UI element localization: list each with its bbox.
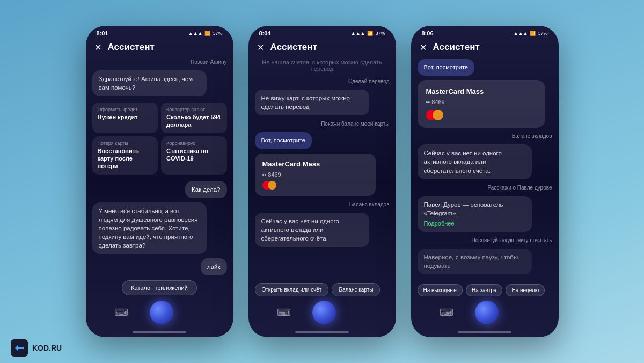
logo-icon (11, 339, 28, 357)
mic-orb-3[interactable] (475, 301, 499, 324)
bottom-btn-area-1: Каталог приложений (86, 277, 233, 299)
app-header-2: ✕ Ассистент (248, 39, 396, 57)
phone-3: 8:06 ▲▲▲ 📶 37% ✕ Ассистент Вот, посмотри… (411, 26, 559, 337)
quick-actions-1: Оформить кредит Нужен кредит Конвертер в… (92, 103, 227, 174)
quick-card-label-3: Потеря карты (98, 141, 153, 146)
quick-card-title-4: Статистика по COVID-19 (166, 147, 222, 163)
open-account-btn[interactable]: Открыть вклад или счёт (255, 283, 329, 296)
mc-logo-3 (426, 110, 537, 120)
weekends-btn[interactable]: На выходные (418, 284, 463, 296)
bottom-btns-area-2: Открыть вклад или счёт Баланс карты (248, 280, 396, 299)
card-number-2: •• 8469 (262, 171, 369, 178)
quick-card-label-1: Оформить кредит (98, 107, 153, 112)
faded-msg-1: Не нашла счетов, с которых можно сделать… (255, 59, 390, 72)
app-title-1: Ассистент (108, 42, 155, 53)
logo-text: KOD.RU (32, 344, 62, 352)
catalog-button[interactable]: Каталог приложений (122, 280, 197, 295)
bot-msg-1: Здравствуйте! Афина здесь, чем вам помоч… (92, 70, 207, 96)
mc-logo-2 (262, 181, 369, 190)
status-icons-2: ▲▲▲ 📶 37% (351, 31, 385, 36)
phone-2: 8:04 ▲▲▲ 📶 37% ✕ Ассистент Не нашла счет… (248, 26, 396, 337)
status-bar-2: 8:04 ▲▲▲ 📶 37% (248, 26, 396, 39)
quick-card-card-loss[interactable]: Потеря карты Восстановить карту после по… (92, 136, 158, 175)
bot-msg-2-1: Не вижу карт, с которых можно сделать пе… (255, 90, 369, 115)
bot-msg-3-3: Наверное, я возьму паузу, чтобы подумать (418, 249, 532, 274)
mic-area-2: ⌨ (248, 299, 396, 329)
wifi-icon-2: 📶 (367, 31, 373, 36)
card-widget-3: MasterCard Mass •• 8469 (418, 80, 545, 128)
keyboard-icon-1[interactable]: ⌨ (114, 307, 128, 318)
status-bar-3: 8:06 ▲▲▲ 📶 37% (411, 26, 559, 39)
quick-card-title-2: Сколько будет 594 доллара (166, 113, 222, 129)
mic-orb-2[interactable] (312, 301, 336, 324)
home-indicator-2 (295, 331, 349, 333)
close-button-1[interactable]: ✕ (94, 42, 101, 53)
battery-label-2: 37% (375, 31, 385, 36)
status-icons-1: ▲▲▲ 📶 37% (188, 31, 223, 36)
time-2: 8:04 (259, 30, 271, 37)
status-bar-1: 8:01 ▲▲▲ 📶 37% (86, 26, 233, 39)
keyboard-icon-2[interactable]: ⌨ (277, 307, 291, 318)
mic-orb-1[interactable] (150, 301, 173, 324)
signal-icon-3: ▲▲▲ (514, 31, 528, 36)
quick-card-currency[interactable]: Конвертер валют Сколько будет 594 доллар… (161, 103, 227, 133)
chat-area-3: Вот, посмотрите MasterCard Mass •• 8469 … (411, 57, 559, 281)
user-label-2-1: Сделай перевод (348, 78, 390, 84)
user-label-3-3: Посоветуй какую книгу почитать (472, 237, 552, 243)
week-btn[interactable]: На неделю (506, 284, 545, 296)
user-msg-2: лайк (201, 258, 227, 275)
close-button-2[interactable]: ✕ (257, 42, 264, 53)
user-msg-1: Как дела? (185, 181, 227, 198)
bottom-logo: KOD.RU (11, 339, 62, 357)
bot-msg-2-2: Сейчас у вас нет ни одного активного вкл… (255, 213, 369, 247)
user-label-2-3: Баланс вкладов (349, 201, 390, 207)
time-3: 8:06 (422, 30, 434, 37)
mc-orange-circle (268, 181, 276, 190)
keyboard-icon-3[interactable]: ⌨ (440, 307, 453, 318)
vot-bubble-3: Вот, посмотрите (418, 59, 475, 76)
bot-msg-3-2: Павел Дуров — основатель «Telegram». Под… (418, 196, 532, 233)
app-header-3: ✕ Ассистент (411, 39, 559, 57)
quick-card-label-2: Конвертер валют (166, 107, 222, 112)
app-header-1: ✕ Ассистент (86, 39, 233, 57)
mic-area-1: ⌨ (86, 299, 233, 329)
card-balance-btn[interactable]: Баланс карты (332, 283, 380, 296)
app-title-2: Ассистент (270, 42, 317, 53)
wifi-icon: 📶 (204, 31, 210, 36)
user-label-3-1: Баланс вкладов (512, 133, 552, 139)
card-name-2: MasterCard Mass (262, 160, 369, 168)
bot-msg-2: У меня всё стабильно, а вот людям для ду… (92, 202, 207, 254)
close-button-3[interactable]: ✕ (420, 42, 427, 53)
card-name-3: MasterCard Mass (426, 88, 537, 96)
battery-label-3: 37% (538, 31, 547, 36)
quick-card-title-3: Восстановить карту после потери (98, 147, 153, 170)
quick-card-title-1: Нужен кредит (98, 113, 153, 121)
mic-area-3: ⌨ (411, 299, 559, 329)
bot-msg-3-1: Сейчас у вас нет ни одного активного вкл… (418, 144, 532, 179)
quick-card-credit[interactable]: Оформить кредит Нужен кредит (92, 103, 158, 133)
mc-orange-3 (433, 110, 443, 120)
vot-bubble: Вот, посмотрите (255, 132, 312, 149)
chat-area-2: Не нашла счетов, с которых можно сделать… (248, 57, 396, 280)
status-icons-3: ▲▲▲ 📶 37% (514, 31, 548, 36)
signal-icon: ▲▲▲ (188, 31, 203, 36)
home-indicator-1 (133, 331, 186, 333)
tomorrow-btn[interactable]: На завтра (466, 284, 503, 296)
phone-1: 8:01 ▲▲▲ 📶 37% ✕ Ассистент Позови Афину … (86, 26, 233, 337)
signal-icon-2: ▲▲▲ (351, 31, 365, 36)
app-title-3: Ассистент (433, 42, 480, 53)
battery-label: 37% (213, 31, 222, 36)
home-indicator-3 (458, 331, 511, 333)
user-label-2-2: Покажи баланс моей карты (321, 121, 389, 127)
chat-area-1: Позови Афину Здравствуйте! Афина здесь, … (86, 57, 233, 277)
bottom-btns-area-3: На выходные На завтра На неделю (411, 281, 559, 299)
quick-card-covid[interactable]: Коронавирус Статистика по COVID-19 (161, 136, 227, 175)
card-widget-2: MasterCard Mass •• 8469 (255, 154, 376, 196)
card-number-3: •• 8469 (426, 99, 537, 105)
quick-card-label-4: Коронавирус (166, 141, 222, 146)
wifi-icon-3: 📶 (530, 31, 536, 36)
time-1: 8:01 (97, 30, 108, 37)
user-label-3-2: Расскажи о Павле дурове (487, 185, 552, 191)
podrobnee-link[interactable]: Подробнее (424, 220, 525, 228)
user-label-1: Позови Афину (191, 59, 226, 65)
